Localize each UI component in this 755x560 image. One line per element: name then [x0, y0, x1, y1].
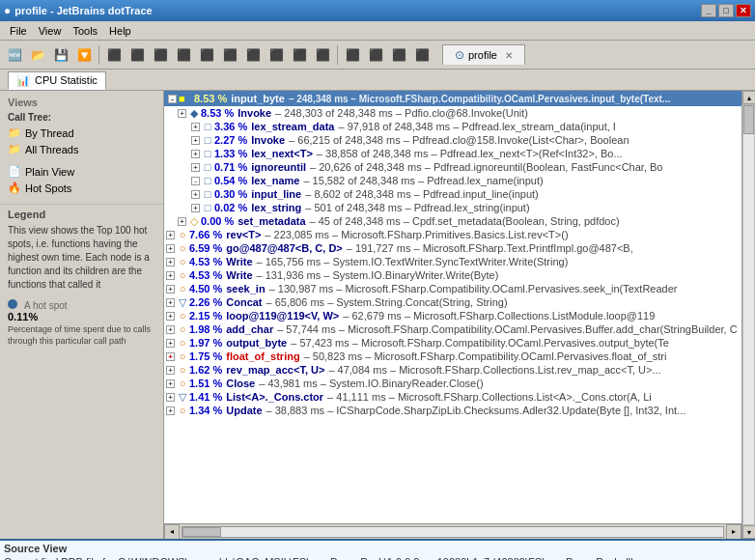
expand-btn[interactable]: +: [191, 150, 200, 158]
top-expand[interactable]: -: [168, 95, 177, 103]
expand-btn[interactable]: +: [166, 244, 175, 253]
menu-view[interactable]: View: [33, 23, 68, 39]
filter-button[interactable]: 🔽: [73, 44, 95, 66]
expand-btn[interactable]: +: [166, 393, 175, 402]
tree-top-row[interactable]: - ■ 8.53 % input_byte – 248,348 ms – Mic…: [164, 91, 741, 106]
row-icon: ○: [176, 405, 189, 416]
hscroll-track[interactable]: [182, 526, 724, 538]
btn4[interactable]: ⬛: [173, 44, 194, 66]
btn3[interactable]: ⬛: [150, 44, 171, 66]
expand-btn[interactable]: +: [166, 406, 175, 415]
profile-tab-close[interactable]: ✕: [505, 50, 513, 61]
expand-btn[interactable]: +: [166, 379, 175, 388]
btn9[interactable]: ⬛: [289, 44, 310, 66]
table-row[interactable]: + ▽ 1.41 % List<A>._Cons.ctor – 41,111 m…: [164, 390, 741, 404]
plain-view-label: Plain View: [25, 166, 74, 178]
expand-btn[interactable]: +: [166, 271, 175, 280]
table-row[interactable]: + □ 1.33 % lex_next<T> – 38,858 of 248,3…: [164, 147, 741, 160]
btn14[interactable]: ⬛: [411, 44, 433, 66]
new-button[interactable]: 🆕: [4, 44, 25, 66]
table-row[interactable]: + ▽ 2.26 % Concat – 65,806 ms – System.S…: [164, 295, 741, 309]
close-button[interactable]: ✕: [736, 4, 751, 17]
btn13[interactable]: ⬛: [388, 44, 409, 66]
vscroll-down[interactable]: ▾: [742, 525, 755, 539]
expand-btn[interactable]: +: [191, 190, 200, 199]
table-row[interactable]: + ○ 1.51 % Close – 43,981 ms – System.IO…: [164, 377, 741, 390]
table-row[interactable]: + ○ 2.15 % loop@119@119<V, W> – 62,679 m…: [164, 309, 741, 322]
table-row[interactable]: + ○ 1.97 % output_byte – 57,423 ms – Mic…: [164, 336, 741, 350]
cpu-stat-tab[interactable]: 📊 CPU Statistic: [8, 71, 106, 90]
open-button[interactable]: 📂: [27, 44, 48, 66]
vscroll-thumb[interactable]: [743, 105, 754, 134]
expand-btn[interactable]: +: [166, 352, 175, 361]
table-row[interactable]: + ○ 1.34 % Update – 38,883 ms – ICSharpC…: [164, 404, 741, 417]
table-row[interactable]: + ○ 7.66 % rev<T> – 223,085 ms – Microso…: [164, 228, 741, 241]
row-pct: 0.54 %: [214, 175, 247, 186]
nav-all-threads[interactable]: 📁 All Threads: [0, 141, 163, 157]
expand-btn[interactable]: +: [191, 163, 200, 172]
vscroll-track[interactable]: [742, 104, 755, 525]
table-row[interactable]: + ○ 1.75 % float_of_string – 50,823 ms –…: [164, 350, 741, 363]
expand-btn[interactable]: +: [166, 339, 175, 348]
expand-btn[interactable]: +: [191, 204, 200, 212]
expand-btn[interactable]: +: [166, 298, 175, 307]
save-button[interactable]: 💾: [50, 44, 71, 66]
views-label: Views: [0, 95, 163, 110]
table-row[interactable]: + ○ 4.53 % Write – 165,756 ms – System.I…: [164, 255, 741, 268]
btn10[interactable]: ⬛: [312, 44, 333, 66]
expand-btn[interactable]: -: [191, 177, 200, 185]
hscroll-left[interactable]: ◂: [164, 524, 180, 540]
nav-hot-spots[interactable]: 🔥 Hot Spots: [0, 180, 163, 196]
btn8[interactable]: ⬛: [266, 44, 287, 66]
expand-btn[interactable]: +: [166, 231, 175, 239]
btn2[interactable]: ⬛: [126, 44, 148, 66]
row-icon: ▽: [176, 296, 189, 309]
btn1[interactable]: ⬛: [103, 44, 125, 66]
profile-tab[interactable]: ⊙ profile ✕: [442, 44, 525, 65]
table-row[interactable]: + ◇ 0.00 % set_metadata – 45 of 248,348 …: [164, 214, 741, 228]
tree-content[interactable]: + ◆ 8.53 % Invoke – 248,303 of 248,348 m…: [164, 106, 741, 523]
expand-btn[interactable]: +: [178, 109, 186, 118]
maximize-button[interactable]: □: [718, 4, 734, 17]
nav-by-thread[interactable]: 📁 By Thread: [0, 125, 163, 141]
expand-btn[interactable]: +: [166, 285, 175, 294]
expand-btn[interactable]: +: [166, 258, 175, 266]
row-pct: 2.27 %: [214, 134, 247, 146]
expand-btn[interactable]: +: [166, 312, 175, 321]
nav-plain-view[interactable]: 📄 Plain View: [0, 163, 163, 180]
hscroll-right[interactable]: ▸: [726, 524, 741, 540]
source-view-title: Source View: [4, 543, 751, 554]
btn5[interactable]: ⬛: [196, 44, 217, 66]
table-row[interactable]: + ○ 1.62 % rev_map_acc<T, U> – 47,084 ms…: [164, 363, 741, 377]
menu-help[interactable]: Help: [103, 23, 137, 39]
h-scrollbar[interactable]: ◂ ▸: [164, 523, 741, 539]
hscroll-thumb[interactable]: [182, 527, 221, 537]
btn6[interactable]: ⬛: [219, 44, 240, 66]
table-row[interactable]: + ○ 6.59 % go@487@487<B, C, D> – 191,727…: [164, 241, 741, 255]
minimize-button[interactable]: _: [701, 4, 716, 17]
table-row[interactable]: + ○ 4.53 % Write – 131,936 ms – System.I…: [164, 268, 741, 282]
menu-file[interactable]: File: [4, 23, 33, 39]
table-row[interactable]: + □ 2.27 % Invoke – 66,215 of 248,348 ms…: [164, 133, 741, 147]
expand-btn[interactable]: +: [166, 325, 175, 334]
hot-spot-dot: [8, 299, 17, 309]
menu-tools[interactable]: Tools: [67, 23, 103, 39]
row-name: input_line: [251, 188, 301, 200]
btn11[interactable]: ⬛: [342, 44, 363, 66]
table-row[interactable]: + □ 0.30 % input_line – 8,602 of 248,348…: [164, 187, 741, 201]
vscroll-up[interactable]: ▴: [742, 91, 755, 104]
expand-btn[interactable]: +: [178, 217, 186, 226]
expand-btn[interactable]: +: [191, 136, 200, 145]
table-row[interactable]: - □ 0.54 % lex_name – 15,582 of 248,348 …: [164, 174, 741, 187]
table-row[interactable]: + □ 0.71 % ignoreuntil – 20,626 of 248,3…: [164, 160, 741, 174]
table-row[interactable]: + □ 0.02 % lex_string – 501 of 248,348 m…: [164, 201, 741, 214]
table-row[interactable]: + □ 3.36 % lex_stream_data – 97,918 of 2…: [164, 120, 741, 133]
expand-btn[interactable]: +: [166, 366, 175, 375]
table-row[interactable]: + ○ 4.50 % seek_in – 130,987 ms – Micros…: [164, 282, 741, 295]
v-scrollbar[interactable]: ▴ ▾: [741, 91, 755, 539]
btn12[interactable]: ⬛: [365, 44, 386, 66]
table-row[interactable]: + ○ 1.98 % add_char – 57,744 ms – Micros…: [164, 322, 741, 336]
btn7[interactable]: ⬛: [242, 44, 264, 66]
table-row[interactable]: + ◆ 8.53 % Invoke – 248,303 of 248,348 m…: [164, 106, 741, 120]
expand-btn[interactable]: +: [191, 123, 200, 131]
